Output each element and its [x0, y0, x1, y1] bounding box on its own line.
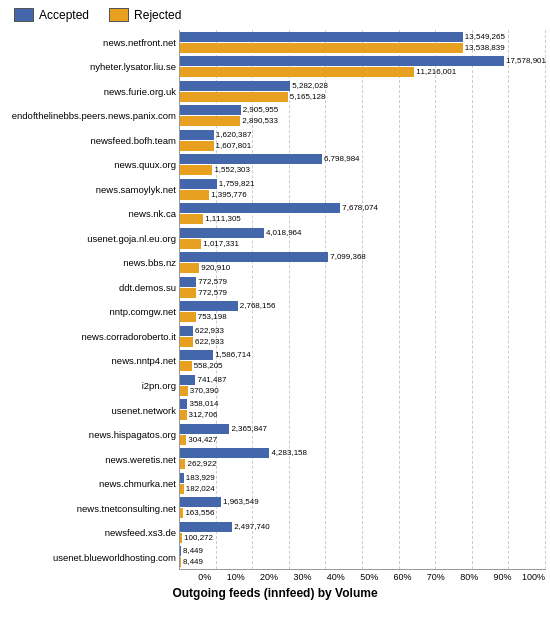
- bars-section: 13,549,26513,538,83917,578,90111,216,001…: [179, 30, 546, 570]
- rejected-bar-line: 5,165,128: [180, 92, 546, 102]
- accepted-bar: [180, 399, 187, 409]
- accepted-bar-line: 4,283,158: [180, 448, 546, 458]
- accepted-bar: [180, 56, 504, 66]
- bar-row: 358,014312,706: [180, 399, 546, 420]
- accepted-bar-line: 1,759,821: [180, 179, 546, 189]
- accepted-bar-line: 741,487: [180, 375, 546, 385]
- accepted-bar-line: 2,768,156: [180, 301, 546, 311]
- y-label: news.chmurka.net: [4, 478, 176, 489]
- y-label: news.netfront.net: [4, 37, 176, 48]
- accepted-value-label: 6,798,984: [324, 154, 360, 164]
- rejected-value-label: 304,427: [188, 435, 217, 445]
- rejected-value-label: 163,556: [185, 508, 214, 518]
- accepted-bar: [180, 473, 184, 483]
- rejected-bar-line: 772,579: [180, 288, 546, 298]
- accepted-value-label: 772,579: [198, 277, 227, 287]
- x-tick-label: 20%: [246, 572, 279, 582]
- rejected-bar-line: 558,205: [180, 361, 546, 371]
- accepted-bar-line: 622,933: [180, 326, 546, 336]
- rejected-bar-line: 1,552,303: [180, 165, 546, 175]
- accepted-bar: [180, 81, 290, 91]
- rejected-label: Rejected: [134, 8, 181, 22]
- y-label: usenet.blueworldhosting.com: [4, 552, 176, 563]
- y-label: usenet.goja.nl.eu.org: [4, 233, 176, 244]
- accepted-bar-line: 183,929: [180, 473, 546, 483]
- accepted-bar: [180, 252, 328, 262]
- rejected-bar: [180, 116, 240, 126]
- accepted-value-label: 13,549,265: [465, 32, 505, 42]
- rejected-value-label: 5,165,128: [290, 92, 326, 102]
- rejected-value-label: 753,198: [198, 312, 227, 322]
- rejected-value-label: 2,890,533: [242, 116, 278, 126]
- accepted-bar: [180, 105, 241, 115]
- rejected-bar: [180, 533, 182, 543]
- bar-row: 622,933622,933: [180, 326, 546, 347]
- rejected-bar: [180, 386, 188, 396]
- y-label: endofthelinebbs.peers.news.panix.com: [4, 110, 176, 121]
- accepted-bar: [180, 448, 269, 458]
- accepted-bar: [180, 326, 193, 336]
- bar-row: 1,586,714558,205: [180, 350, 546, 371]
- accepted-bar-line: 7,678,074: [180, 203, 546, 213]
- legend-accepted: Accepted: [14, 8, 89, 22]
- x-axis-labels: 0%10%20%30%40%50%60%70%80%90%100%: [179, 572, 546, 582]
- accepted-value-label: 1,586,714: [215, 350, 251, 360]
- x-tick-label: 50%: [346, 572, 379, 582]
- accepted-value-label: 8,449: [183, 546, 203, 556]
- rejected-value-label: 1,607,801: [216, 141, 252, 151]
- rejected-bar: [180, 484, 184, 494]
- accepted-value-label: 741,487: [197, 375, 226, 385]
- rejected-bar: [180, 337, 193, 347]
- rejected-value-label: 1,552,303: [214, 165, 250, 175]
- accepted-bar: [180, 522, 232, 532]
- x-tick-label: 90%: [479, 572, 512, 582]
- rejected-value-label: 100,272: [184, 533, 213, 543]
- accepted-bar: [180, 497, 221, 507]
- y-label: news.hispagatos.org: [4, 429, 176, 440]
- rejected-value-label: 622,933: [195, 337, 224, 347]
- accepted-bar: [180, 203, 340, 213]
- rejected-value-label: 1,395,776: [211, 190, 247, 200]
- y-label: news.samoylyk.net: [4, 184, 176, 195]
- accepted-bar-line: 2,497,740: [180, 522, 546, 532]
- accepted-bar: [180, 424, 229, 434]
- accepted-value-label: 17,578,901: [506, 56, 546, 66]
- rejected-value-label: 13,538,839: [465, 43, 505, 53]
- accepted-value-label: 1,620,387: [216, 130, 252, 140]
- rejected-bar: [180, 67, 414, 77]
- legend: Accepted Rejected: [14, 8, 546, 22]
- accepted-bar: [180, 228, 264, 238]
- accepted-bar-line: 1,586,714: [180, 350, 546, 360]
- rejected-value-label: 11,216,001: [416, 67, 456, 77]
- accepted-value-label: 2,497,740: [234, 522, 270, 532]
- rejected-bar: [180, 190, 209, 200]
- rejected-bar: [180, 92, 288, 102]
- rejected-bar: [180, 459, 185, 469]
- accepted-bar-line: 2,365,847: [180, 424, 546, 434]
- rejected-bar: [180, 410, 187, 420]
- chart-container: Accepted Rejected news.netfront.netnyhet…: [0, 0, 550, 630]
- accepted-value-label: 4,283,158: [271, 448, 307, 458]
- accepted-bar: [180, 375, 195, 385]
- bar-row: 13,549,26513,538,839: [180, 32, 546, 53]
- rejected-bar-line: 1,111,305: [180, 214, 546, 224]
- bar-row: 4,283,158262,922: [180, 448, 546, 469]
- x-tick-label: 70%: [413, 572, 446, 582]
- rejected-bar-line: 304,427: [180, 435, 546, 445]
- bars-wrapper: 13,549,26513,538,83917,578,90111,216,001…: [180, 30, 546, 569]
- rejected-bar-line: 2,890,533: [180, 116, 546, 126]
- y-label: news.bbs.nz: [4, 257, 176, 268]
- bar-row: 2,768,156753,198: [180, 301, 546, 322]
- y-label: usenet.network: [4, 405, 176, 416]
- y-label: newsfeed.bofh.team: [4, 135, 176, 146]
- accepted-bar: [180, 350, 213, 360]
- rejected-bar: [180, 312, 196, 322]
- accepted-value-label: 2,905,955: [243, 105, 279, 115]
- bar-row: 183,929182,024: [180, 473, 546, 494]
- accepted-value-label: 2,768,156: [240, 301, 276, 311]
- y-label: news.weretis.net: [4, 454, 176, 465]
- y-label: ddt.demos.su: [4, 282, 176, 293]
- accepted-bar: [180, 32, 463, 42]
- accepted-value-label: 1,759,821: [219, 179, 255, 189]
- y-label: news.nntp4.net: [4, 355, 176, 366]
